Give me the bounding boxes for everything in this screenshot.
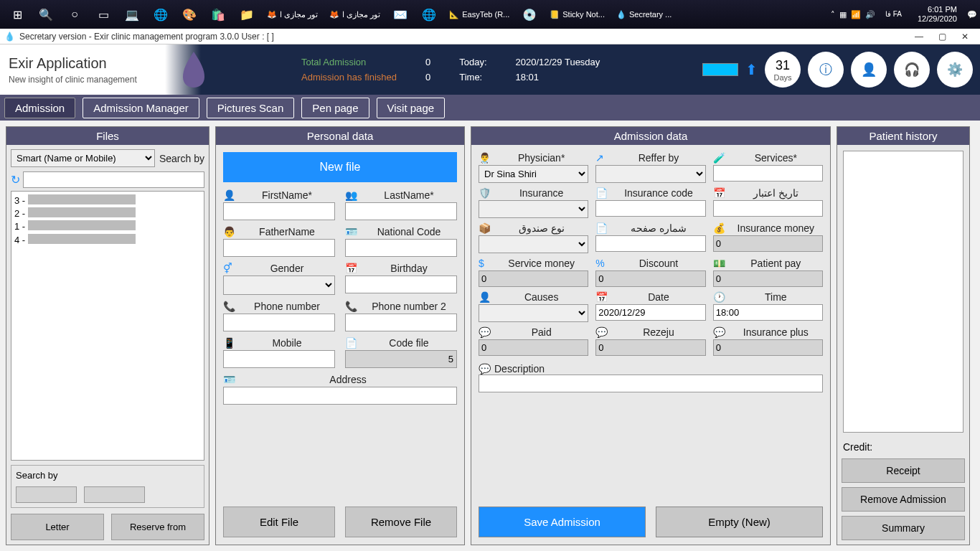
gender-select[interactable] (223, 276, 335, 295)
minimize-button[interactable]: — (908, 32, 930, 42)
remove-file-button[interactable]: Remove File (345, 507, 457, 537)
new-file-button[interactable]: New file (223, 152, 457, 182)
national-code-input[interactable] (345, 239, 457, 257)
chrome-icon[interactable]: 🌐 (415, 0, 443, 29)
address-input[interactable] (223, 387, 457, 405)
days-circle[interactable]: 31 Days (765, 52, 801, 88)
taskbar-clock[interactable]: فا FA (880, 10, 908, 19)
date-icon: 📅 (713, 187, 725, 199)
explorer-icon[interactable]: 📁 (232, 0, 261, 29)
letter-button[interactable]: Letter (11, 514, 104, 540)
insurance-money-input[interactable] (713, 235, 823, 252)
taskbar-app[interactable]: 💧 Secretary ... (611, 0, 677, 29)
info-icon[interactable]: ⓘ (808, 52, 844, 88)
mobile-input[interactable] (223, 350, 335, 368)
save-admission-button[interactable]: Save Admission (479, 507, 646, 537)
tray-icon[interactable]: ▦ (839, 10, 847, 19)
search-input[interactable] (23, 171, 204, 188)
taskbar-app[interactable]: 📐 EasyTeb (R... (443, 0, 515, 29)
tray-icon[interactable]: 📶 (851, 10, 861, 19)
phone2-input[interactable] (345, 314, 457, 331)
paid-input[interactable] (479, 339, 588, 356)
tab-pen-page[interactable]: Pen page (301, 98, 369, 118)
empty-button[interactable]: Empty (New) (656, 507, 823, 537)
refresh-icon[interactable]: ↻ (11, 173, 20, 187)
app-subtitle: New insight of clinic management (9, 75, 178, 85)
tab-pictures-scan[interactable]: Pictures Scan (207, 98, 295, 118)
list-item[interactable]: 2 - (14, 207, 201, 220)
insurance-select[interactable] (479, 200, 588, 218)
list-item[interactable]: 3 - (14, 194, 201, 207)
insurance-plus-input[interactable] (713, 339, 823, 356)
history-list[interactable] (843, 151, 963, 433)
reffer-select[interactable] (595, 165, 705, 183)
reserve-button[interactable]: Reserve from (111, 514, 204, 540)
page-num-input[interactable] (595, 235, 705, 252)
list-item[interactable]: 4 - (14, 234, 201, 247)
fathername-input[interactable] (223, 239, 335, 257)
support-icon[interactable]: 👤 (851, 52, 887, 88)
phone1-input[interactable] (223, 314, 335, 331)
time-label: Time: (459, 72, 486, 83)
lastname-input[interactable] (345, 202, 457, 220)
phone-icon: 📞 (345, 301, 357, 312)
physician-select[interactable]: Dr Sina Shiri (479, 165, 588, 183)
finished-value: 0 (425, 72, 430, 83)
rezeju-input[interactable] (595, 339, 705, 356)
tray-icon[interactable]: 🔊 (865, 10, 875, 19)
service-money-input[interactable] (479, 270, 588, 287)
cortana-icon[interactable]: ○ (60, 0, 89, 29)
receipt-button[interactable]: Receipt (842, 458, 965, 483)
headset-icon[interactable]: 🎧 (894, 52, 930, 88)
taskbar-app[interactable]: 🦊 تور مجازی ا (324, 0, 386, 29)
remove-admission-button[interactable]: Remove Admission (842, 487, 965, 512)
firstname-input[interactable] (223, 202, 335, 220)
finished-label: Admission has finished (301, 72, 397, 83)
app-icon[interactable]: 💻 (118, 0, 146, 29)
birthday-input[interactable] (345, 276, 457, 293)
tab-admission[interactable]: Admission (4, 98, 75, 118)
box-type-select[interactable] (479, 235, 588, 253)
patient-pay-input[interactable] (713, 270, 823, 287)
tab-admission-manager[interactable]: Admission Manager (83, 98, 199, 118)
mobile-icon: 📱 (223, 337, 235, 349)
search-input-2[interactable] (84, 486, 145, 503)
close-button[interactable]: ✕ (954, 32, 976, 42)
tray-icon[interactable]: ˄ (831, 10, 835, 19)
app-icon[interactable]: 🎨 (175, 0, 204, 29)
date-input[interactable] (595, 304, 705, 321)
time-input[interactable] (713, 304, 823, 321)
settings-icon[interactable]: ⚙️ (937, 52, 973, 88)
taskview-icon[interactable]: ▭ (89, 0, 118, 29)
edge-icon[interactable]: 🌐 (146, 0, 175, 29)
taskbar-app[interactable]: 🦊 تور مجازی ا (261, 0, 324, 29)
notification-icon[interactable]: 💬 (967, 10, 977, 19)
start-icon[interactable]: ⊞ (3, 0, 32, 29)
app-icon[interactable]: 💿 (515, 0, 544, 29)
arrow-up-icon[interactable]: ⬆ (745, 61, 758, 78)
insurance-icon: 🛡️ (479, 187, 490, 199)
causes-select[interactable] (479, 304, 588, 322)
chat-icon: 💬 (595, 326, 607, 338)
files-list[interactable]: 3 - 2 - 1 - 4 - (11, 191, 204, 461)
tab-visit-page[interactable]: Visit page (377, 98, 446, 118)
discount-input[interactable] (595, 270, 705, 287)
search-icon[interactable]: 🔍 (32, 0, 60, 29)
insurance-code-input[interactable] (595, 200, 705, 217)
maximize-button[interactable]: ▢ (931, 32, 953, 42)
services-input[interactable] (713, 165, 823, 182)
description-input[interactable] (479, 375, 823, 392)
search-input-1[interactable] (16, 486, 77, 503)
files-title: Files (6, 127, 209, 145)
code-icon: 📄 (595, 187, 607, 199)
codefile-input[interactable] (345, 350, 457, 368)
taskbar-clock[interactable]: 6:01 PM 12/29/2020 (912, 5, 963, 24)
taskbar-app[interactable]: 📒 Sticky Not... (544, 0, 611, 29)
store-icon[interactable]: 🛍️ (204, 0, 232, 29)
mail-icon[interactable]: ✉️ (386, 0, 415, 29)
list-item[interactable]: 1 - (14, 220, 201, 233)
exp-date-input[interactable] (713, 200, 823, 217)
search-mode-select[interactable]: Smart (Name or Mobile) (11, 149, 155, 167)
edit-file-button[interactable]: Edit File (223, 507, 335, 537)
summary-button[interactable]: Summary (842, 516, 965, 540)
